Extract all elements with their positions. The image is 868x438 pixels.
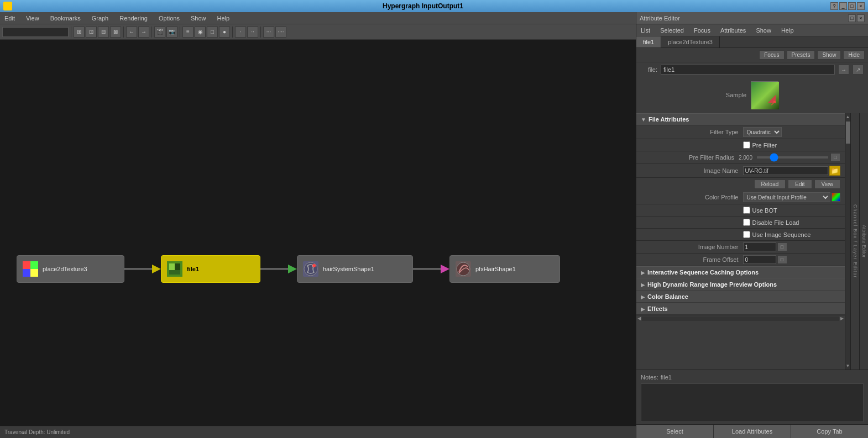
copy-tab-button[interactable]: Copy Tab: [791, 425, 868, 438]
scroll-track: [846, 120, 850, 362]
toolbar-separator-6: [260, 27, 261, 38]
frame-offset-expand[interactable]: □: [777, 255, 787, 264]
tb-btn-arrow-right[interactable]: →: [138, 27, 149, 38]
color-profile-select[interactable]: Use Default Input Profile: [743, 192, 831, 202]
tb-btn-scene[interactable]: 🎬: [154, 27, 165, 38]
filter-type-row: Filter Type Quadratic Linear None: [636, 125, 845, 139]
notes-row: Notes: file1: [641, 372, 864, 382]
pre-filter-radius-expand[interactable]: □: [830, 153, 840, 162]
tb-btn-grid3[interactable]: ⊟: [98, 27, 109, 38]
attr-menu-attributes[interactable]: Attributes: [718, 26, 748, 35]
image-name-input[interactable]: [743, 166, 829, 175]
node-hairsystemshape1[interactable]: + hairSystemShape1: [297, 255, 413, 283]
svg-rect-1: [30, 261, 38, 269]
attr-close-btn[interactable]: ×: [857, 14, 865, 22]
file-arrow-btn[interactable]: →: [838, 65, 849, 75]
horiz-scroll-track[interactable]: [642, 316, 839, 321]
svg-rect-3: [30, 269, 38, 277]
horiz-scroll-right[interactable]: ▶: [839, 316, 845, 321]
tb-btn-arrow-left[interactable]: ←: [126, 27, 137, 38]
load-attributes-button[interactable]: Load Attributes: [714, 425, 791, 438]
menu-edit[interactable]: Edit: [2, 14, 17, 23]
tb-btn-dot1[interactable]: ·: [235, 27, 246, 38]
image-number-expand[interactable]: □: [777, 242, 787, 251]
disable-file-value: Disable File Load: [743, 219, 841, 226]
frame-offset-input[interactable]: [743, 255, 776, 264]
tb-btn-box[interactable]: □: [207, 27, 218, 38]
attr-menu-selected[interactable]: Selected: [658, 26, 686, 35]
tb-btn-dots3[interactable]: ···: [263, 27, 274, 38]
hypergraph-toolbar: ⊞ ⊡ ⊟ ⊠ ← → 🎬 📷 ≡ ◉ □ ● · ·· ···: [0, 24, 636, 40]
hide-button[interactable]: Hide: [843, 50, 865, 60]
tb-btn-node[interactable]: ◉: [195, 27, 206, 38]
toolbar-separator-1: [71, 27, 71, 38]
file-expand-btn[interactable]: ↗: [853, 65, 864, 75]
hypergraph-canvas[interactable]: place2dTexture3: [0, 40, 636, 426]
menu-show[interactable]: Show: [189, 14, 208, 23]
attr-menu-list[interactable]: List: [639, 26, 652, 35]
node-file1[interactable]: file1: [161, 255, 260, 283]
menu-help[interactable]: Help: [215, 14, 232, 23]
file-attributes-section[interactable]: ▼ File Attributes: [636, 113, 845, 125]
horiz-scroll[interactable]: ◀ ▶: [636, 315, 845, 321]
attr-menu-focus[interactable]: Focus: [692, 26, 713, 35]
help-btn[interactable]: ?: [830, 2, 838, 10]
file-name-input[interactable]: [661, 65, 835, 75]
attr-max-btn[interactable]: □: [848, 14, 856, 22]
edit-button[interactable]: Edit: [788, 180, 812, 189]
image-name-row: Image Name 📁: [636, 164, 845, 178]
menu-options[interactable]: Options: [156, 14, 182, 23]
tb-btn-camera[interactable]: 📷: [166, 27, 177, 38]
notes-area[interactable]: [641, 383, 864, 422]
disable-file-load-checkbox[interactable]: [743, 219, 750, 226]
node-place2dtexture3[interactable]: place2dTexture3: [17, 255, 124, 283]
horiz-scroll-left[interactable]: ◀: [636, 316, 642, 321]
tb-btn-dot2[interactable]: ··: [247, 27, 258, 38]
presets-button[interactable]: Presets: [787, 50, 815, 60]
tab-place2dtexture3[interactable]: place2dTexture3: [661, 36, 720, 48]
image-number-input[interactable]: [743, 242, 776, 251]
conn-arrow-pink-1: [441, 265, 449, 273]
close-btn[interactable]: ×: [857, 2, 865, 10]
folder-browse-btn[interactable]: 📁: [829, 166, 840, 176]
pre-filter-checkbox[interactable]: [743, 141, 750, 149]
interactive-seq-section[interactable]: ▶ Interactive Sequence Caching Options: [636, 266, 845, 278]
filter-type-select[interactable]: Quadratic Linear None: [743, 127, 782, 137]
node-pfxhairshape1[interactable]: pfxHairShape1: [449, 255, 560, 283]
tb-btn-list[interactable]: ≡: [182, 27, 194, 38]
use-bot-checkbox[interactable]: [743, 207, 750, 214]
min-btn[interactable]: _: [839, 2, 847, 10]
max-btn[interactable]: □: [848, 2, 856, 10]
show-button[interactable]: Show: [817, 50, 841, 60]
tb-btn-grid4[interactable]: ⊠: [110, 27, 121, 38]
menu-rendering[interactable]: Rendering: [117, 14, 150, 23]
tab-file1[interactable]: file1: [636, 36, 661, 48]
effects-arrow: ▶: [641, 306, 645, 312]
menu-view[interactable]: View: [24, 14, 41, 23]
menu-graph[interactable]: Graph: [90, 14, 111, 23]
effects-section[interactable]: ▶ Effects: [636, 303, 845, 315]
tb-btn-dots4[interactable]: ····: [275, 27, 286, 38]
toolbar-separator-5: [232, 27, 233, 38]
menu-bookmarks[interactable]: Bookmarks: [48, 14, 83, 23]
high-dynamic-section[interactable]: ▶ High Dynamic Range Image Preview Optio…: [636, 278, 845, 291]
attr-menu-show[interactable]: Show: [754, 26, 773, 35]
pre-filter-radius-slider[interactable]: [757, 156, 828, 159]
vertical-scrollbar[interactable]: ▲ ▼: [845, 113, 850, 370]
attr-scroll-area[interactable]: ▼ File Attributes Filter Type Quadratic …: [636, 113, 845, 370]
color-balance-section[interactable]: ▶ Color Balance: [636, 291, 845, 303]
disable-file-load-row: Disable File Load: [636, 217, 845, 229]
scroll-thumb[interactable]: [846, 122, 850, 144]
view-button[interactable]: View: [814, 180, 841, 189]
use-image-seq-checkbox[interactable]: [743, 231, 750, 238]
focus-button[interactable]: Focus: [759, 50, 784, 60]
attr-tabs: file1 place2dTexture3: [636, 36, 868, 48]
tb-btn-grid1[interactable]: ⊞: [74, 27, 85, 38]
toolbar-search-input[interactable]: [2, 27, 69, 37]
select-button[interactable]: Select: [636, 425, 714, 438]
attr-menu-help[interactable]: Help: [779, 26, 796, 35]
tb-btn-circle[interactable]: ●: [219, 27, 230, 38]
color-profile-color-btn[interactable]: [832, 193, 840, 202]
reload-button[interactable]: Reload: [754, 180, 786, 189]
tb-btn-grid2[interactable]: ⊡: [86, 27, 97, 38]
